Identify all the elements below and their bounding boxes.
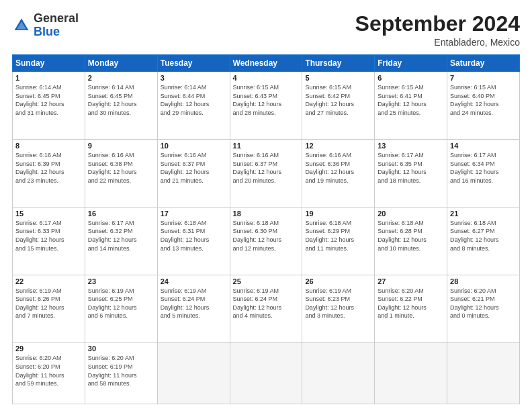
table-row: 15Sunrise: 6:17 AMSunset: 6:33 PMDayligh…: [13, 207, 85, 275]
calendar-header-row: Sunday Monday Tuesday Wednesday Thursday…: [13, 55, 520, 72]
table-row: 4Sunrise: 6:15 AMSunset: 6:43 PMDaylight…: [230, 72, 302, 140]
day-info: Sunrise: 6:16 AMSunset: 6:37 PMDaylight:…: [161, 152, 210, 184]
day-info: Sunrise: 6:18 AMSunset: 6:28 PMDaylight:…: [378, 220, 427, 252]
day-info: Sunrise: 6:18 AMSunset: 6:29 PMDaylight:…: [305, 220, 354, 252]
table-row: 10Sunrise: 6:16 AMSunset: 6:37 PMDayligh…: [157, 139, 230, 207]
day-info: Sunrise: 6:20 AMSunset: 6:20 PMDaylight:…: [15, 355, 64, 387]
day-info: Sunrise: 6:19 AMSunset: 6:24 PMDaylight:…: [233, 287, 282, 320]
table-row: 30Sunrise: 6:20 AMSunset: 6:19 PMDayligh…: [85, 342, 157, 404]
table-row: 26Sunrise: 6:19 AMSunset: 6:23 PMDayligh…: [302, 275, 375, 342]
table-row: 18Sunrise: 6:18 AMSunset: 6:30 PMDayligh…: [230, 207, 302, 275]
col-thursday: Thursday: [302, 55, 375, 72]
col-saturday: Saturday: [447, 55, 520, 72]
day-number: 8: [15, 142, 82, 150]
day-info: Sunrise: 6:14 AMSunset: 6:44 PMDaylight:…: [161, 84, 210, 116]
table-row: 3Sunrise: 6:14 AMSunset: 6:44 PMDaylight…: [157, 72, 230, 140]
table-row: [302, 342, 375, 404]
day-number: 20: [378, 210, 444, 218]
day-number: 15: [15, 210, 82, 218]
col-tuesday: Tuesday: [157, 55, 230, 72]
day-number: 24: [161, 277, 227, 285]
day-info: Sunrise: 6:15 AMSunset: 6:42 PMDaylight:…: [305, 84, 354, 116]
day-info: Sunrise: 6:16 AMSunset: 6:37 PMDaylight:…: [233, 152, 282, 184]
table-row: 22Sunrise: 6:19 AMSunset: 6:26 PMDayligh…: [13, 275, 85, 342]
day-number: 13: [378, 142, 444, 150]
day-number: 17: [161, 210, 227, 218]
day-number: 16: [88, 210, 154, 218]
day-number: 22: [15, 277, 82, 285]
day-info: Sunrise: 6:15 AMSunset: 6:40 PMDaylight:…: [450, 84, 499, 116]
day-number: 19: [305, 210, 371, 218]
col-monday: Monday: [85, 55, 157, 72]
table-row: 2Sunrise: 6:14 AMSunset: 6:45 PMDaylight…: [85, 72, 157, 140]
day-number: 9: [88, 142, 154, 150]
day-number: 18: [233, 210, 300, 218]
logo-text: General Blue: [34, 12, 79, 39]
day-number: 10: [161, 142, 227, 150]
day-info: Sunrise: 6:20 AMSunset: 6:21 PMDaylight:…: [450, 287, 499, 320]
calendar-week-row: 15Sunrise: 6:17 AMSunset: 6:33 PMDayligh…: [13, 207, 520, 275]
table-row: [230, 342, 302, 404]
table-row: 27Sunrise: 6:20 AMSunset: 6:22 PMDayligh…: [375, 275, 447, 342]
page: General Blue September 2024 Entabladero,…: [0, 0, 532, 411]
day-info: Sunrise: 6:16 AMSunset: 6:39 PMDaylight:…: [15, 152, 64, 184]
logo-icon: [12, 16, 31, 35]
month-title: September 2024: [355, 12, 520, 36]
table-row: 8Sunrise: 6:16 AMSunset: 6:39 PMDaylight…: [13, 139, 85, 207]
calendar-table: Sunday Monday Tuesday Wednesday Thursday…: [12, 54, 520, 404]
day-info: Sunrise: 6:18 AMSunset: 6:31 PMDaylight:…: [161, 220, 210, 252]
day-info: Sunrise: 6:14 AMSunset: 6:45 PMDaylight:…: [88, 84, 137, 116]
table-row: 25Sunrise: 6:19 AMSunset: 6:24 PMDayligh…: [230, 275, 302, 342]
title-block: September 2024 Entabladero, Mexico: [355, 12, 520, 48]
day-info: Sunrise: 6:17 AMSunset: 6:35 PMDaylight:…: [378, 152, 427, 184]
day-number: 30: [88, 345, 154, 353]
day-info: Sunrise: 6:17 AMSunset: 6:33 PMDaylight:…: [15, 220, 64, 252]
day-number: 2: [88, 74, 154, 82]
table-row: 16Sunrise: 6:17 AMSunset: 6:32 PMDayligh…: [85, 207, 157, 275]
table-row: [375, 342, 447, 404]
table-row: 17Sunrise: 6:18 AMSunset: 6:31 PMDayligh…: [157, 207, 230, 275]
calendar-week-row: 29Sunrise: 6:20 AMSunset: 6:20 PMDayligh…: [13, 342, 520, 404]
day-info: Sunrise: 6:14 AMSunset: 6:45 PMDaylight:…: [15, 84, 64, 116]
day-number: 6: [378, 74, 444, 82]
table-row: 1Sunrise: 6:14 AMSunset: 6:45 PMDaylight…: [13, 72, 85, 140]
table-row: 20Sunrise: 6:18 AMSunset: 6:28 PMDayligh…: [375, 207, 447, 275]
day-number: 5: [305, 74, 371, 82]
location: Entabladero, Mexico: [355, 37, 520, 48]
logo-general: General: [34, 11, 79, 25]
day-info: Sunrise: 6:16 AMSunset: 6:36 PMDaylight:…: [305, 152, 354, 184]
day-info: Sunrise: 6:15 AMSunset: 6:41 PMDaylight:…: [378, 84, 427, 116]
day-info: Sunrise: 6:20 AMSunset: 6:19 PMDaylight:…: [88, 355, 137, 387]
table-row: 19Sunrise: 6:18 AMSunset: 6:29 PMDayligh…: [302, 207, 375, 275]
col-wednesday: Wednesday: [230, 55, 302, 72]
day-number: 7: [450, 74, 517, 82]
calendar-week-row: 8Sunrise: 6:16 AMSunset: 6:39 PMDaylight…: [13, 139, 520, 207]
calendar-week-row: 1Sunrise: 6:14 AMSunset: 6:45 PMDaylight…: [13, 72, 520, 140]
table-row: 11Sunrise: 6:16 AMSunset: 6:37 PMDayligh…: [230, 139, 302, 207]
col-friday: Friday: [375, 55, 447, 72]
day-number: 28: [450, 277, 517, 285]
day-number: 27: [378, 277, 444, 285]
logo-blue: Blue: [34, 25, 60, 38]
day-number: 25: [233, 277, 300, 285]
day-info: Sunrise: 6:17 AMSunset: 6:32 PMDaylight:…: [88, 220, 137, 252]
day-info: Sunrise: 6:20 AMSunset: 6:22 PMDaylight:…: [378, 287, 427, 320]
day-info: Sunrise: 6:15 AMSunset: 6:43 PMDaylight:…: [233, 84, 282, 116]
day-info: Sunrise: 6:19 AMSunset: 6:23 PMDaylight:…: [305, 287, 354, 320]
day-number: 23: [88, 277, 154, 285]
calendar-week-row: 22Sunrise: 6:19 AMSunset: 6:26 PMDayligh…: [13, 275, 520, 342]
day-number: 21: [450, 210, 517, 218]
day-number: 14: [450, 142, 517, 150]
logo: General Blue: [12, 12, 79, 39]
header: General Blue September 2024 Entabladero,…: [12, 12, 520, 48]
day-number: 4: [233, 74, 300, 82]
table-row: 29Sunrise: 6:20 AMSunset: 6:20 PMDayligh…: [13, 342, 85, 404]
table-row: 14Sunrise: 6:17 AMSunset: 6:34 PMDayligh…: [447, 139, 520, 207]
day-number: 11: [233, 142, 300, 150]
table-row: 13Sunrise: 6:17 AMSunset: 6:35 PMDayligh…: [375, 139, 447, 207]
table-row: 23Sunrise: 6:19 AMSunset: 6:25 PMDayligh…: [85, 275, 157, 342]
table-row: 12Sunrise: 6:16 AMSunset: 6:36 PMDayligh…: [302, 139, 375, 207]
table-row: 5Sunrise: 6:15 AMSunset: 6:42 PMDaylight…: [302, 72, 375, 140]
table-row: [447, 342, 520, 404]
day-info: Sunrise: 6:19 AMSunset: 6:25 PMDaylight:…: [88, 287, 137, 320]
